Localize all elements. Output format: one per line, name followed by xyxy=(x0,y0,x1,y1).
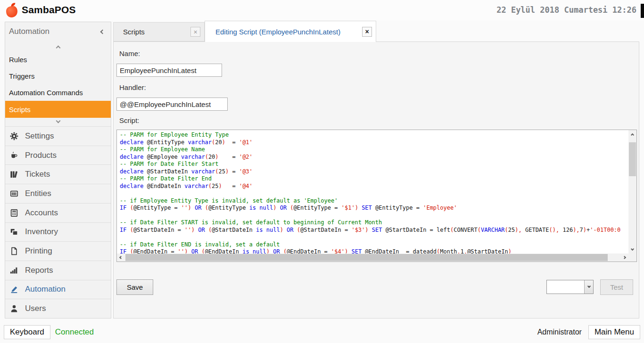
close-tab-icon[interactable]: × xyxy=(190,27,200,37)
sidebar-section-header[interactable]: Automation xyxy=(5,22,111,41)
test-button[interactable]: Test xyxy=(600,279,633,295)
scroll-up-arrow-icon[interactable] xyxy=(628,130,636,138)
sambapos-apple-logo-icon xyxy=(5,2,19,18)
test-parameter-dropdown[interactable] xyxy=(546,280,594,294)
table-icon xyxy=(9,189,19,198)
person-icon xyxy=(9,304,19,313)
sidebar-item-rules[interactable]: Rules xyxy=(5,51,111,68)
scroll-down-arrow-icon[interactable] xyxy=(628,245,636,253)
tab-editing-script[interactable]: Editing Script (EmployeePunchInLatest) × xyxy=(205,21,376,42)
sidebar-item-triggers[interactable]: Triggers xyxy=(5,68,111,84)
sidebar-scroll-up-button[interactable] xyxy=(5,42,111,51)
save-button[interactable]: Save xyxy=(116,279,153,295)
sidebar-nav: Settings Products xyxy=(5,126,111,318)
brand: SambaPOS xyxy=(5,2,76,18)
chevron-down-icon xyxy=(56,119,60,123)
tab-scripts[interactable]: Scripts × xyxy=(113,22,205,41)
script-editor[interactable]: -- PARM for Employee Entity Typedeclare … xyxy=(116,130,637,262)
scroll-right-arrow-icon[interactable] xyxy=(620,253,628,261)
app-title: SambaPOS xyxy=(22,4,76,16)
horizontal-scrollbar[interactable] xyxy=(117,253,628,261)
sidebar-item-entities[interactable]: Entities xyxy=(5,184,111,203)
main-menu-button[interactable]: Main Menu xyxy=(588,325,640,339)
name-label: Name: xyxy=(119,49,140,57)
script-edit-panel: Name: Handler: Script: -- PARM for Emplo… xyxy=(113,41,639,318)
scrollbar-corner xyxy=(628,253,636,261)
calculator-icon xyxy=(9,209,19,217)
sidebar-item-inventory[interactable]: Inventory xyxy=(5,222,111,242)
handler-label: Handler: xyxy=(119,83,146,91)
scroll-left-arrow-icon[interactable] xyxy=(117,253,125,261)
sambapos-window: SambaPOS 22 Eylül 2018 Cumartesi 12:26 A… xyxy=(0,0,644,343)
name-input[interactable] xyxy=(116,64,222,77)
vertical-scrollbar[interactable] xyxy=(628,130,636,253)
bar-chart-icon xyxy=(9,266,19,275)
top-bar: SambaPOS 22 Eylül 2018 Cumartesi 12:26 xyxy=(0,0,644,21)
sidebar-item-products[interactable]: Products xyxy=(5,146,111,165)
script-label: Script: xyxy=(119,116,140,124)
folders-icon xyxy=(9,228,19,236)
screen-edge-artifact xyxy=(641,4,644,18)
handler-input[interactable] xyxy=(116,98,228,111)
sidebar-item-scripts[interactable]: Scripts xyxy=(5,101,111,118)
chevron-up-icon xyxy=(56,45,60,50)
sidebar-item-reports[interactable]: Reports xyxy=(5,261,111,280)
sidebar-section-title: Automation xyxy=(9,27,50,36)
datetime-display: 22 Eylül 2018 Cumartesi 12:26 xyxy=(496,5,636,15)
horizontal-scrollbar-thumb[interactable] xyxy=(125,254,608,261)
keyboard-button[interactable]: Keyboard xyxy=(4,325,50,339)
sidebar-module-list: Rules Triggers Automation Commands Scrip… xyxy=(5,51,111,118)
sidebar: Automation Rules Triggers Automation Com… xyxy=(5,22,111,318)
sidebar-scroll-down-button[interactable] xyxy=(5,117,111,126)
sidebar-item-settings[interactable]: Settings xyxy=(5,126,111,146)
marker-icon xyxy=(9,285,19,294)
sidebar-item-printing[interactable]: Printing xyxy=(5,241,111,261)
gear-icon xyxy=(9,132,19,140)
dropdown-value xyxy=(547,280,584,294)
document-icon xyxy=(9,247,19,255)
vertical-scrollbar-thumb[interactable] xyxy=(629,142,636,176)
close-tab-icon[interactable]: × xyxy=(362,27,372,37)
sidebar-item-accounts[interactable]: Accounts xyxy=(5,203,111,222)
sidebar-item-users[interactable]: Users xyxy=(5,299,111,318)
chevron-down-icon[interactable] xyxy=(584,280,593,294)
connection-status: Connected xyxy=(55,327,94,337)
collapse-chevron-left-icon[interactable] xyxy=(100,29,105,34)
current-user: Administrator xyxy=(537,328,582,336)
sidebar-item-automation-commands[interactable]: Automation Commands xyxy=(5,84,111,101)
status-bar: Keyboard Connected Administrator Main Me… xyxy=(0,321,644,343)
sidebar-item-tickets[interactable]: Tickets xyxy=(5,164,111,184)
coffee-cup-icon xyxy=(9,151,19,160)
books-icon xyxy=(9,170,19,179)
script-editor-content[interactable]: -- PARM for Employee Entity Typedeclare … xyxy=(117,130,628,253)
sidebar-item-automation[interactable]: Automation xyxy=(5,280,111,299)
